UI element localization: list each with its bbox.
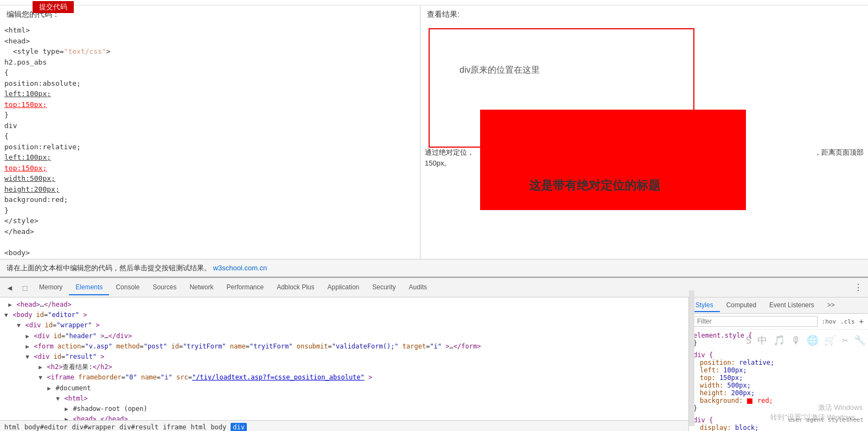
devtools-tabs: ◀ ⬚ Memory Elements Console Sources Netw… xyxy=(0,278,868,297)
editor-panel: 编辑您的代码： <html> <head> <style type="text/… xyxy=(0,5,420,259)
style-rule-ua: div { user agent stylesheet display: blo… xyxy=(693,416,864,431)
code-line: position:relative; xyxy=(4,142,416,153)
preview-panel: 查看结果: div原来的位置在这里 通过绝对定位， ，距离页面顶部 150px。… xyxy=(420,5,868,259)
style-selector: element.style { xyxy=(693,332,752,339)
code-line: <div> xyxy=(4,258,416,259)
preview-text-bottom: 150px。 xyxy=(425,159,451,168)
elements-panel: ▶ <head>…</head> ▼ <body id="editor" > ▼… xyxy=(0,297,689,431)
elements-tree[interactable]: ▶ <head>…</head> ▼ <body id="editor" > ▼… xyxy=(0,297,688,420)
tree-row[interactable]: ▶ #document xyxy=(0,383,688,394)
tree-arrow: ▶ xyxy=(47,385,54,392)
w3school-link[interactable]: w3school.com.cn xyxy=(213,264,267,272)
preview-heading: 这是带有绝对定位的标题 xyxy=(529,178,660,194)
code-line: left:100px; xyxy=(4,88,416,99)
breadcrumb-body-editor[interactable]: body#editor xyxy=(24,423,67,431)
styles-filter-input[interactable] xyxy=(693,316,818,327)
tab-more-styles[interactable]: >> xyxy=(821,299,841,312)
styles-filter-plus[interactable]: + xyxy=(859,317,864,326)
tree-row[interactable]: ▶ <head>…</head> xyxy=(0,300,688,310)
tab-network[interactable]: Network xyxy=(183,280,220,295)
styles-filter-row: :hov .cls + xyxy=(689,314,868,329)
code-line: <style type="text/css"> xyxy=(4,46,416,57)
preview-red-box xyxy=(480,110,746,210)
color-swatch xyxy=(747,398,752,404)
tab-application[interactable]: Application xyxy=(321,280,366,295)
tree-arrow: ▶ xyxy=(25,333,33,340)
code-line: <head> xyxy=(4,36,416,47)
code-line xyxy=(4,237,416,248)
tree-arrow: ▼ xyxy=(39,374,46,381)
elements-breadcrumb: html body#editor div#wrapper div#result … xyxy=(0,420,688,431)
styles-tabs: Styles Computed Event Listeners >> xyxy=(689,297,868,314)
tree-arrow: ▶ xyxy=(8,301,15,308)
breadcrumb-div-result[interactable]: div#result xyxy=(119,423,158,431)
tab-elements[interactable]: Elements xyxy=(69,280,109,295)
devtools-arrow-icon[interactable]: ◀ xyxy=(2,280,17,295)
tree-row[interactable]: ▼ <div id="wrapper" > xyxy=(0,320,688,331)
tab-memory[interactable]: Memory xyxy=(33,280,69,295)
code-line: div xyxy=(4,121,416,131)
tab-performance[interactable]: Performance xyxy=(220,280,270,295)
code-line: top:150px; xyxy=(4,163,416,174)
tab-event-listeners[interactable]: Event Listeners xyxy=(763,299,821,312)
tree-row[interactable]: ▼ <iframe frameborder="0" name="i" src="… xyxy=(0,372,688,383)
code-editor-wrapper: <html> <head> <style type="text/css"> h2… xyxy=(0,23,420,259)
tree-arrow: ▶ xyxy=(25,343,33,350)
breadcrumb-iframe[interactable]: iframe xyxy=(163,423,186,431)
tree-row[interactable]: ▼ <body id="editor" > xyxy=(0,310,688,320)
styles-filter-cls[interactable]: .cls xyxy=(840,318,855,325)
tab-security[interactable]: Security xyxy=(366,280,402,295)
code-line: </head> xyxy=(4,226,416,237)
tab-adblock[interactable]: Adblock Plus xyxy=(270,280,321,295)
tree-arrow: ▼ xyxy=(4,312,11,319)
instruction-text: 请在上面的文本框中编辑您的代码，然后单击提交按钮测试结果。 xyxy=(7,263,211,273)
tree-arrow: ▼ xyxy=(17,322,24,329)
code-line: } xyxy=(4,110,416,121)
devtools-more-icon[interactable]: ⋮ xyxy=(851,280,866,295)
preview-text-right: ，距离页面顶部 xyxy=(814,148,864,157)
breadcrumb-div-wrapper[interactable]: div#wrapper xyxy=(72,423,114,431)
code-line: <body> xyxy=(4,248,416,258)
code-line: background:red; xyxy=(4,194,416,205)
devtools-body: ▶ <head>…</head> ▼ <body id="editor" > ▼… xyxy=(0,297,868,431)
tree-row[interactable]: ▼ <div id="result" > xyxy=(0,352,688,362)
code-line: { xyxy=(4,131,416,142)
code-line: height:200px; xyxy=(4,184,416,195)
tab-computed[interactable]: Computed xyxy=(720,299,763,312)
tree-row[interactable]: ▼ <html> xyxy=(0,394,688,404)
tree-row[interactable]: ▶ <form action="v.asp" method="post" id=… xyxy=(0,341,688,352)
code-line: top:150px; xyxy=(4,99,416,110)
tab-audits[interactable]: Audits xyxy=(403,280,433,295)
code-editor[interactable]: <html> <head> <style type="text/css"> h2… xyxy=(0,23,420,259)
code-line: { xyxy=(4,67,416,78)
code-line: <html> xyxy=(4,25,416,36)
tree-arrow: ▶ xyxy=(65,416,72,420)
tree-row[interactable]: ▶ <h2>查看结果:</h2> xyxy=(0,362,688,372)
style-rule-div: div { position: relative; left: 100px; t… xyxy=(693,351,864,412)
tree-row[interactable]: ▶ <head>…</head> xyxy=(0,414,688,420)
devtools-inspect-icon[interactable]: ⬚ xyxy=(17,280,33,295)
styles-panel: Styles Computed Event Listeners >> :hov … xyxy=(689,297,868,431)
main-area: 编辑您的代码： <html> <head> <style type="text/… xyxy=(0,5,868,259)
tab-sources[interactable]: Sources xyxy=(146,280,183,295)
breadcrumb-div-selected[interactable]: div xyxy=(231,423,247,432)
tab-console[interactable]: Console xyxy=(109,280,146,295)
preview-text-left: 通过绝对定位， xyxy=(425,148,484,157)
tree-row[interactable]: ▶ <div id="header" >…</div> xyxy=(0,331,688,341)
code-line: h2.pos_abs xyxy=(4,57,416,68)
styles-filter-hov[interactable]: :hov xyxy=(822,318,837,325)
tree-row[interactable]: ▶ #shadow-root (open) xyxy=(0,404,688,414)
tree-arrow: ▼ xyxy=(25,353,33,360)
breadcrumb-html2[interactable]: html xyxy=(190,423,206,431)
submit-button[interactable]: 提交代码 xyxy=(33,1,74,13)
breadcrumb-body[interactable]: body xyxy=(210,423,226,431)
code-line: position:absolute; xyxy=(4,78,416,89)
code-line: left:100px; xyxy=(4,152,416,163)
preview-content: div原来的位置在这里 通过绝对定位， ，距离页面顶部 150px。 这是带有绝… xyxy=(420,23,868,259)
code-line: </style> xyxy=(4,216,416,226)
code-line: width:500px; xyxy=(4,173,416,184)
devtools: ◀ ⬚ Memory Elements Console Sources Netw… xyxy=(0,277,868,431)
tree-arrow: ▶ xyxy=(65,405,72,413)
instruction-bar: 请在上面的文本框中编辑您的代码，然后单击提交按钮测试结果。 w3school.c… xyxy=(0,259,868,277)
breadcrumb-html[interactable]: html xyxy=(4,423,20,431)
